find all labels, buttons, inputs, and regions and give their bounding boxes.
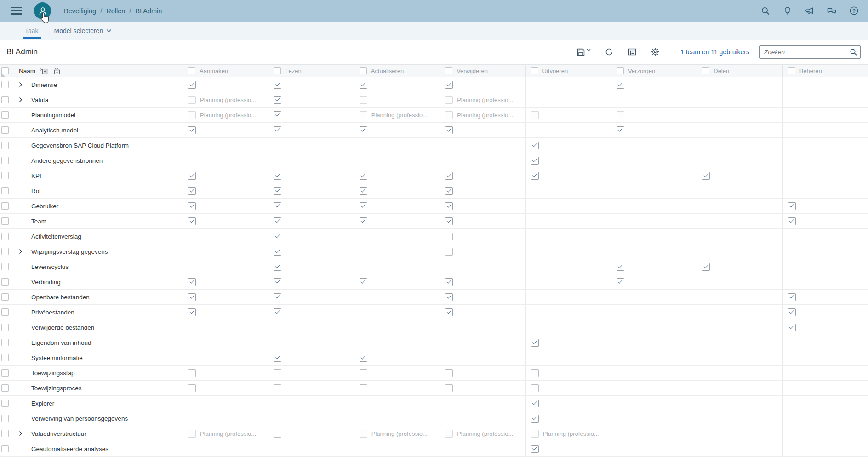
permission-checkbox[interactable] (531, 430, 539, 438)
permission-checkbox[interactable] (188, 172, 196, 180)
permission-checkbox[interactable] (274, 233, 281, 240)
permission-checkbox[interactable] (360, 126, 367, 134)
permission-checkbox[interactable] (702, 263, 710, 271)
column-select-checkbox[interactable] (531, 67, 538, 74)
column-select-checkbox[interactable] (445, 67, 452, 74)
permission-checkbox[interactable] (445, 187, 453, 195)
save-button[interactable] (577, 46, 591, 58)
table-row[interactable]: Wijzigingsverslag gegevens (0, 244, 868, 259)
permission-checkbox[interactable] (788, 293, 796, 301)
permission-checkbox[interactable] (531, 384, 539, 392)
permission-checkbox[interactable] (445, 233, 453, 240)
permission-checkbox[interactable] (188, 187, 196, 195)
permission-checkbox[interactable] (445, 126, 453, 134)
table-row[interactable]: Gebruiker (0, 199, 868, 214)
permission-checkbox[interactable] (531, 172, 539, 180)
row-select-checkbox[interactable] (1, 233, 9, 240)
row-select-checkbox[interactable] (1, 81, 9, 88)
discussions-icon[interactable] (827, 6, 837, 16)
permission-checkbox[interactable] (274, 202, 281, 210)
table-row[interactable]: Dimensie (0, 77, 868, 92)
expand-row-icon[interactable] (19, 97, 28, 103)
permission-checkbox[interactable] (188, 278, 196, 286)
table-row[interactable]: Analytisch model (0, 123, 868, 138)
permission-checkbox[interactable] (702, 172, 710, 180)
permission-checkbox[interactable] (274, 430, 281, 438)
permission-checkbox[interactable] (531, 400, 539, 407)
table-row[interactable]: Levenscyclus (0, 259, 868, 274)
permission-checkbox[interactable] (188, 369, 196, 377)
permission-checkbox[interactable] (274, 263, 281, 271)
row-select-checkbox[interactable] (1, 324, 9, 331)
row-select-checkbox[interactable] (1, 430, 9, 437)
search-icon[interactable] (850, 48, 857, 56)
permission-checkbox[interactable] (274, 81, 281, 89)
table-row[interactable]: Rol (0, 183, 868, 199)
permission-checkbox[interactable] (617, 81, 624, 89)
permission-checkbox[interactable] (445, 248, 453, 256)
search-input[interactable] (764, 49, 850, 56)
permission-checkbox[interactable] (274, 126, 281, 134)
menu-icon[interactable] (11, 5, 22, 17)
permission-checkbox[interactable] (274, 354, 281, 362)
permission-checkbox[interactable] (360, 278, 367, 286)
user-avatar[interactable] (34, 2, 51, 19)
table-row[interactable]: Toewijzingsproces (0, 381, 868, 396)
permission-checkbox[interactable] (360, 172, 367, 180)
row-select-checkbox[interactable] (1, 202, 9, 210)
row-select-checkbox[interactable] (1, 308, 9, 316)
permission-checkbox[interactable] (445, 308, 453, 316)
row-select-checkbox[interactable] (1, 96, 9, 103)
row-select-checkbox[interactable] (1, 172, 9, 179)
permission-checkbox[interactable] (360, 369, 367, 377)
table-row[interactable]: Team (0, 214, 868, 229)
permission-checkbox[interactable] (274, 96, 281, 104)
table-row[interactable]: Eigendom van inhoud (0, 335, 868, 350)
table-row[interactable]: Openbare bestanden (0, 290, 868, 305)
team-users-link[interactable]: 1 team en 11 gebruikers (680, 48, 749, 56)
table-row[interactable]: Andere gegevensbronnen (0, 153, 868, 168)
table-row[interactable]: Activiteitenverslag (0, 229, 868, 244)
row-select-checkbox[interactable] (1, 445, 9, 452)
permission-checkbox[interactable] (274, 308, 281, 316)
row-select-checkbox[interactable] (1, 400, 9, 407)
column-select-checkbox[interactable] (617, 67, 624, 74)
row-select-checkbox[interactable] (1, 187, 9, 194)
expand-row-icon[interactable] (19, 82, 28, 87)
table-row[interactable]: PlanningsmodelPlanning (professio...Plan… (0, 108, 868, 123)
breadcrumb-item[interactable]: Rollen (106, 7, 125, 15)
table-row[interactable]: Systeeminformatie (0, 350, 868, 366)
expand-row-icon[interactable] (19, 431, 28, 436)
permission-checkbox[interactable] (445, 278, 453, 286)
breadcrumb-item[interactable]: BI Admin (135, 7, 162, 15)
permission-checkbox[interactable] (188, 126, 196, 134)
display-options-button[interactable] (628, 46, 637, 58)
tab-model-selecteren[interactable]: Model selecteren (52, 22, 114, 40)
column-select-checkbox[interactable] (188, 67, 195, 74)
breadcrumb-item[interactable]: Beveiliging (64, 7, 96, 15)
row-select-checkbox[interactable] (1, 263, 9, 270)
permission-checkbox[interactable] (274, 248, 281, 256)
permission-checkbox[interactable] (617, 263, 624, 271)
search-icon[interactable] (760, 6, 771, 16)
permission-checkbox[interactable] (360, 430, 367, 438)
column-select-checkbox[interactable] (360, 67, 367, 74)
expand-row-icon[interactable] (19, 249, 28, 254)
row-select-checkbox[interactable] (1, 278, 9, 286)
permission-checkbox[interactable] (188, 430, 196, 438)
help-icon[interactable]: ? (849, 6, 859, 16)
row-select-checkbox[interactable] (1, 415, 9, 422)
permission-checkbox[interactable] (788, 217, 796, 225)
permission-checkbox[interactable] (788, 324, 796, 331)
permission-checkbox[interactable] (274, 278, 281, 286)
permission-checkbox[interactable] (360, 384, 367, 392)
permission-checkbox[interactable] (274, 172, 281, 180)
permission-checkbox[interactable] (188, 293, 196, 301)
row-select-checkbox[interactable] (1, 384, 9, 392)
permission-checkbox[interactable] (531, 415, 539, 423)
tab-taak[interactable]: Taak (23, 22, 41, 40)
permission-checkbox[interactable] (617, 278, 624, 286)
table-row[interactable]: Toewijzingsstap (0, 366, 868, 381)
permission-checkbox[interactable] (188, 81, 196, 89)
table-row[interactable]: ValutaPlanning (professio...Planning (pr… (0, 92, 868, 108)
